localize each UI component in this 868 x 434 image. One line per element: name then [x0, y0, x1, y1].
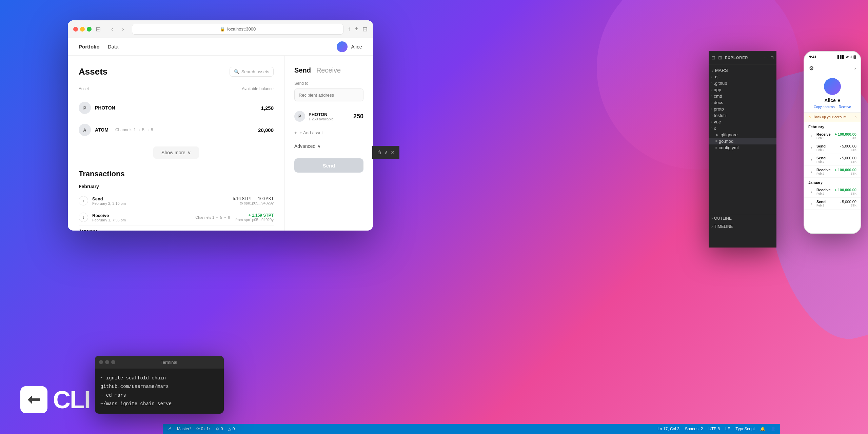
lock-icon: 🔒 — [220, 26, 225, 32]
vscode-file-gomod[interactable]: = go.mod — [709, 138, 776, 144]
app-nav-user: Alice — [337, 41, 362, 52]
vscode-file-gitignore[interactable]: ◆ .gitignore — [709, 132, 776, 138]
tx-date-receive: February 1, 7:55 pm — [92, 218, 195, 222]
vscode-icon-1: ⊟ — [711, 55, 715, 60]
share-icon[interactable]: ↑ — [348, 25, 351, 33]
mobile-tx-date-5: Feb 2 — [816, 192, 831, 195]
trash-icon[interactable]: 🗑 — [377, 150, 382, 155]
chevron-right-outline-icon: › — [711, 216, 713, 221]
vscode-action-bar: 🗑 ∧ ✕ — [372, 146, 399, 159]
tx-addr-send: to spn1p05...94029y — [230, 201, 274, 205]
vscode-settings-icon[interactable]: ⊡ — [770, 55, 774, 60]
vscode-folder-app[interactable]: › app — [709, 86, 776, 93]
chevron-right-vue-icon: › — [711, 120, 712, 124]
wifi-icon: WiFi — [846, 55, 852, 59]
mobile-tx-left-2: ↑ Send Feb 2 — [808, 144, 826, 152]
receive-tab[interactable]: Receive — [316, 66, 341, 74]
mobile-user-name: Alice ∨ — [824, 98, 840, 103]
mobile-tx-send-2[interactable]: ↑ Send Feb 2 - 5,000.00 STK — [804, 154, 861, 166]
browser-dot-minimize[interactable] — [80, 27, 85, 32]
vscode-window: ⊟ ⊞ EXPLORER ··· ⊡ ∨ MARS › .git › .gith… — [709, 51, 776, 248]
show-more-button[interactable]: Show more ∨ — [153, 146, 199, 159]
recipient-input[interactable] — [294, 88, 363, 101]
advanced-row[interactable]: Advanced ∨ — [294, 139, 363, 153]
add-asset-button[interactable]: + + Add asset — [294, 126, 323, 139]
file-name-configyml: config.yml — [719, 145, 739, 150]
assets-section-header: Assets 🔍 Search assets — [79, 66, 274, 77]
mobile-tx-amount-6: - 5,000.00 — [840, 200, 856, 204]
statusbar-spaces: Spaces: 2 — [685, 427, 703, 431]
browser-address-bar[interactable]: 🔒 localhost:3000 — [132, 24, 343, 35]
tx-amount-stpt-neg: - 5.16 STPT - 100 AKT — [230, 196, 274, 201]
statusbar-encoding: UTF-8 — [708, 427, 720, 431]
sidebar-icon[interactable]: ⊡ — [362, 25, 368, 33]
mobile-avatar-section: Alice ∨ Copy address Receive — [804, 73, 861, 113]
statusbar-eol: LF — [725, 427, 730, 431]
mobile-tx-jan-receive[interactable]: ↓ Receive Feb 2 + 100,000.00 STK — [804, 186, 861, 198]
vscode-timeline[interactable]: › TIMELINE — [709, 222, 776, 231]
mobile-backup-row[interactable]: ⚠ Back up your account › — [804, 113, 861, 122]
nav-portfolio[interactable]: Portfolio — [79, 44, 100, 50]
diamond-icon: ◆ — [715, 133, 718, 137]
asset-select-photon[interactable]: P PHOTON 1,250 available 250 — [294, 107, 363, 126]
asset-balance-atom: 20,000 — [258, 127, 274, 133]
mobile-tx-send-1[interactable]: ↑ Send Feb 2 - 5,000.00 STK — [804, 142, 861, 154]
search-assets-bar[interactable]: 🔍 Search assets — [230, 67, 274, 77]
asset-select-amount[interactable]: 250 — [353, 113, 363, 120]
asset-row-atom[interactable]: A ATOM Channels 1 → 5 → 8 20,000 — [79, 119, 274, 141]
collapse-icon[interactable]: ∧ — [384, 150, 388, 155]
mobile-copy-address-btn[interactable]: Copy address — [814, 105, 835, 109]
mobile-gear-icon[interactable]: ⚙ — [809, 65, 814, 72]
mobile-tx-right-3: - 5,000.00 STK — [840, 156, 856, 163]
send-icon: ↑ — [79, 196, 88, 205]
mobile-receive-btn[interactable]: Receive — [839, 105, 851, 109]
terminal-window: Terminal ~ ignite scaffold chain github.… — [95, 356, 224, 414]
mobile-tx-receive-1[interactable]: ↓ Receive Feb 2 + 100,000.00 STK — [804, 130, 861, 142]
browser-forward-button[interactable]: › — [118, 24, 128, 34]
mobile-username-chevron-icon: ∨ — [837, 98, 841, 103]
mobile-tx-right-5: + 100,000.00 STK — [834, 188, 856, 195]
mobile-tx-info-5: Receive Feb 2 — [816, 188, 831, 195]
vscode-more-icon[interactable]: ··· — [764, 55, 768, 60]
vscode-folder-proto[interactable]: › proto — [709, 106, 776, 112]
vscode-folder-testutil[interactable]: › testutil — [709, 112, 776, 119]
mobile-tx-receive-2[interactable]: ↓ Receive Feb 2 + 100,000.00 STK — [804, 166, 861, 178]
tx-row-receive[interactable]: ↓ Receive February 1, 7:55 pm Channels 1… — [79, 209, 274, 226]
vscode-explorer-title: EXPLORER — [725, 56, 748, 60]
vscode-folder-cmd[interactable]: › cmd — [709, 93, 776, 99]
statusbar-ln-col: Ln 17, Col 3 — [657, 427, 679, 431]
vscode-file-configyml[interactable]: ≡ config.yml — [709, 144, 776, 151]
vscode-outline[interactable]: › OUTLINE — [709, 214, 776, 222]
vscode-folder-git[interactable]: › .git — [709, 74, 776, 80]
nav-data[interactable]: Data — [108, 44, 119, 50]
browser-back-button[interactable]: ‹ — [107, 24, 117, 34]
vscode-folder-docs[interactable]: › docs — [709, 99, 776, 106]
column-asset: Asset — [79, 86, 89, 91]
mobile-tx-amount-5: + 100,000.00 — [834, 188, 856, 192]
asset-row-photon[interactable]: P PHOTON 1,250 — [79, 97, 274, 119]
asset-select-name: PHOTON — [309, 112, 353, 117]
send-tab[interactable]: Send — [294, 66, 311, 74]
user-name: Alice — [351, 44, 362, 50]
mobile-arrow-icon[interactable]: › — [854, 66, 856, 71]
vscode-folder-github[interactable]: › .github — [709, 80, 776, 86]
vscode-folder-mars[interactable]: ∨ MARS — [709, 67, 776, 74]
browser-dot-close[interactable] — [73, 27, 78, 32]
advanced-label: Advanced — [294, 143, 315, 149]
mobile-tx-jan-send[interactable]: ↑ Send Feb 2 - 5,000.00 STK — [804, 198, 861, 210]
vscode-folder-x[interactable]: › x — [709, 125, 776, 132]
mobile-tx-info-6: Send Feb 2 — [816, 200, 826, 207]
sidebar-toggle-icon[interactable]: ⊟ — [96, 25, 101, 33]
mobile-tx-type-3: Send — [816, 156, 826, 160]
send-button[interactable]: Send — [294, 158, 363, 173]
terminal-body[interactable]: ~ ignite scaffold chain github.com/usern… — [95, 369, 224, 414]
tx-row-send[interactable]: ↑ Send February 2, 3:10 pm - 5.16 STPT -… — [79, 193, 274, 209]
chevron-right-git-icon: › — [711, 75, 712, 79]
browser-window: ⊟ ‹ › 🔒 localhost:3000 ↑ + ⊡ Portfolio D… — [68, 20, 373, 231]
new-tab-icon[interactable]: + — [355, 25, 358, 33]
vscode-folder-vue[interactable]: › vue — [709, 119, 776, 125]
close-panel-icon[interactable]: ✕ — [391, 150, 395, 155]
browser-dot-maximize[interactable] — [87, 27, 92, 32]
mobile-receive-icon-3: ↓ — [808, 189, 814, 195]
mobile-tx-token-6: STK — [840, 204, 856, 207]
